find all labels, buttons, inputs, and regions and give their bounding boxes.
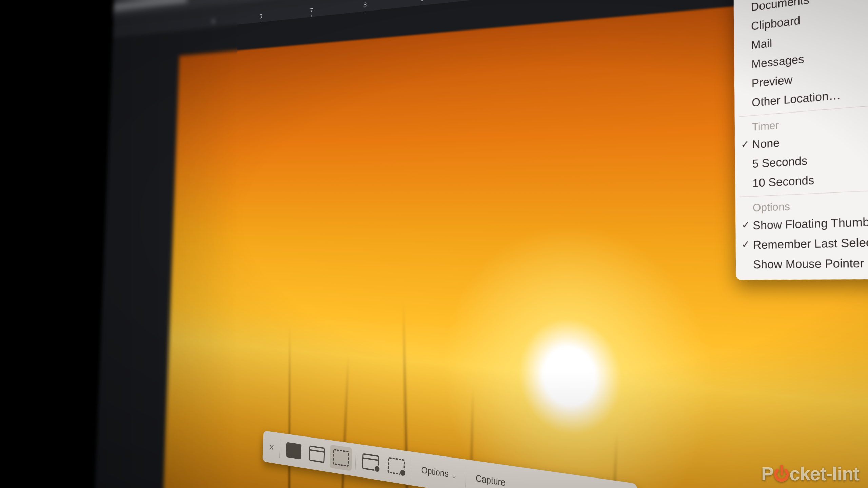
viewport: 5 6 7 8 9 10 11 ✕ bbox=[0, 0, 868, 488]
screen-icon bbox=[286, 442, 301, 459]
capture-window-button[interactable] bbox=[306, 441, 328, 467]
window-icon bbox=[309, 445, 325, 463]
selection-icon bbox=[333, 449, 349, 467]
watermark-suffix: cket-lint bbox=[789, 463, 859, 484]
record-screen-icon bbox=[362, 453, 379, 471]
watermark-prefix: P bbox=[761, 463, 773, 484]
options-menu: Save to Desktop Documents Clipboard Mail… bbox=[733, 0, 868, 280]
options-button[interactable]: Options ⌵ bbox=[416, 464, 461, 482]
close-icon[interactable]: ✕ bbox=[266, 441, 277, 454]
menu-item-show-pointer[interactable]: Show Mouse Pointer bbox=[736, 252, 868, 274]
record-selection-icon bbox=[388, 457, 405, 475]
angled-screen: 5 6 7 8 9 10 11 ✕ bbox=[94, 0, 868, 488]
watermark: P⏻cket-lint bbox=[761, 463, 859, 485]
chevron-down-icon: ⌵ bbox=[452, 471, 456, 480]
record-entire-screen-button[interactable] bbox=[359, 449, 383, 476]
capture-selection-button[interactable] bbox=[330, 445, 352, 471]
power-icon: ⏻ bbox=[773, 465, 789, 483]
options-label: Options bbox=[421, 465, 449, 479]
capture-entire-screen-button[interactable] bbox=[283, 438, 304, 464]
record-selection-button[interactable] bbox=[384, 452, 408, 480]
capture-button[interactable]: Capture bbox=[470, 472, 512, 488]
